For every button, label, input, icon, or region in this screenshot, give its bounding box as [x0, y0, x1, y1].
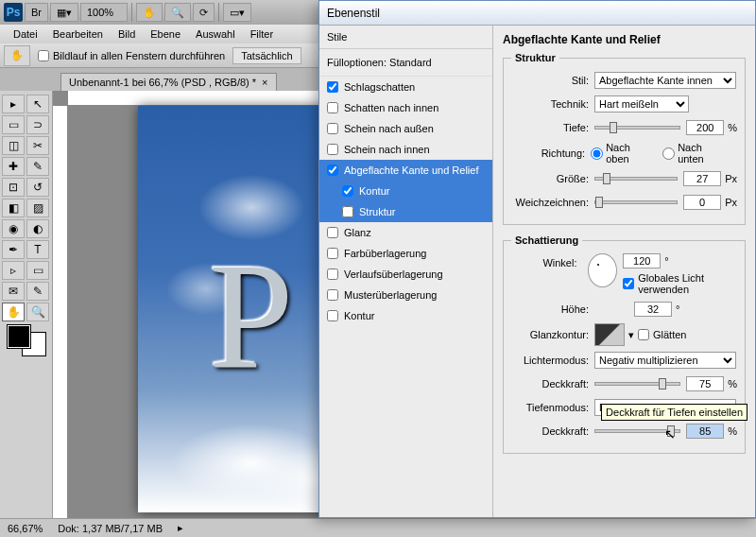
style-checkbox[interactable] [327, 123, 338, 134]
slice-tool[interactable]: ✂ [26, 136, 49, 155]
zoom-tool[interactable]: 🔍 [26, 303, 49, 321]
hand-icon[interactable]: ✋ [136, 3, 163, 22]
brush-tool[interactable]: ✎ [26, 157, 49, 176]
stil-select[interactable]: Abgeflachte Kante innen [594, 72, 736, 89]
dodge-tool[interactable]: ◐ [26, 219, 49, 238]
struktur-group: Struktur Stil:Abgeflachte Kante innen Te… [503, 52, 746, 225]
weich-input[interactable] [683, 195, 721, 210]
zoom-combo[interactable]: 100% [80, 3, 128, 22]
path-tool[interactable]: ▹ [2, 261, 25, 280]
marquee-tool[interactable]: ▭ [2, 115, 25, 134]
menu-item[interactable]: Bild [112, 26, 141, 42]
richtung-up-radio[interactable]: Nach oben [591, 142, 653, 165]
close-icon[interactable]: × [262, 77, 267, 88]
weich-slider[interactable] [594, 200, 678, 204]
richtung-down-radio[interactable]: Nach unten [662, 142, 728, 165]
style-item[interactable]: Farbüberlagerung [319, 243, 492, 264]
glaetten-checkbox[interactable]: Glätten [638, 329, 686, 340]
deckkraft2-input[interactable] [686, 424, 724, 439]
menu-item[interactable]: Datei [8, 26, 43, 42]
style-item[interactable]: Verlaufsüberlagerung [319, 264, 492, 285]
history-brush-tool[interactable]: ↺ [26, 178, 49, 197]
style-item[interactable]: Kontur [319, 181, 492, 201]
style-item[interactable]: Schatten nach innen [319, 97, 492, 118]
winkel-input[interactable] [623, 253, 661, 268]
angle-widget[interactable] [588, 253, 617, 287]
style-item[interactable]: Abgeflachte Kante und Relief [319, 160, 492, 181]
panel-heading: Abgeflachte Kante und Relief [503, 33, 746, 46]
tiefe-label: Tiefe: [511, 122, 594, 133]
chevron-right-icon[interactable]: ▸ [178, 522, 183, 534]
deckkraft1-slider[interactable] [594, 382, 680, 386]
blur-tool[interactable]: ◉ [2, 219, 25, 238]
menu-item[interactable]: Auswahl [190, 26, 241, 42]
eraser-tool[interactable]: ◧ [2, 199, 25, 217]
actual-pixels-button[interactable]: Tatsächlich [232, 47, 301, 64]
technik-select[interactable]: Hart meißeln [594, 95, 689, 113]
unit: % [728, 378, 737, 390]
type-tool[interactable]: T [26, 240, 49, 259]
arrow-tool[interactable]: ↖ [26, 95, 49, 113]
bridge-button[interactable]: Br [25, 3, 48, 22]
style-item[interactable]: Glanz [319, 222, 492, 243]
global-light-checkbox[interactable]: Globales Licht verwenden [623, 272, 737, 295]
tiefe-slider[interactable] [594, 126, 680, 130]
styles-list-panel: Stile Fülloptionen: Standard Schlagschat… [319, 26, 493, 517]
fill-options-item[interactable]: Fülloptionen: Standard [319, 49, 492, 77]
status-zoom[interactable]: 66,67% [8, 523, 43, 534]
gradient-tool[interactable]: ▨ [26, 199, 49, 217]
style-checkbox[interactable] [327, 102, 338, 113]
hand-tool[interactable]: ✋ [2, 303, 25, 321]
dialog-title-bar[interactable]: Ebenenstil [319, 1, 755, 26]
pen-tool[interactable]: ✒ [2, 240, 25, 259]
style-checkbox[interactable] [327, 289, 338, 301]
stamp-tool[interactable]: ⊡ [2, 178, 25, 197]
style-checkbox[interactable] [327, 268, 338, 280]
style-checkbox[interactable] [327, 81, 338, 93]
deckkraft1-input[interactable] [686, 376, 724, 391]
menu-item[interactable]: Ebene [145, 26, 186, 42]
style-checkbox[interactable] [327, 310, 338, 321]
style-checkbox[interactable] [327, 144, 338, 155]
style-item[interactable]: Musterüberlagerung [319, 285, 492, 305]
style-checkbox[interactable] [327, 227, 338, 238]
zoom-icon[interactable]: 🔍 [164, 3, 191, 22]
crop-tool[interactable]: ◫ [2, 136, 25, 155]
style-item[interactable]: Schein nach außen [319, 118, 492, 139]
style-item[interactable]: Struktur [319, 201, 492, 222]
style-checkbox[interactable] [327, 165, 338, 176]
style-checkbox[interactable] [342, 185, 353, 197]
lasso-tool[interactable]: ⊃ [26, 115, 49, 134]
move-tool[interactable]: ▸ [2, 95, 25, 113]
style-item[interactable]: Schein nach innen [319, 139, 492, 160]
style-item[interactable]: Kontur [319, 305, 492, 326]
style-checkbox[interactable] [342, 206, 353, 217]
style-label: Kontur [359, 185, 389, 197]
lichtermodus-select[interactable]: Negativ multiplizieren [594, 352, 736, 369]
eyedropper-tool[interactable]: ✎ [26, 282, 49, 301]
text-layer-p: P [210, 229, 294, 404]
tiefe-input[interactable] [686, 120, 724, 135]
style-item[interactable]: Schlagschatten [319, 77, 492, 97]
shape-tool[interactable]: ▭ [26, 261, 49, 280]
color-swatch[interactable] [8, 325, 45, 355]
deckkraft2-slider[interactable]: ↖ [594, 429, 680, 433]
healing-tool[interactable]: ✚ [2, 157, 25, 176]
current-tool-hand-icon[interactable]: ✋ [4, 45, 30, 66]
rotate-icon[interactable]: ⟳ [193, 3, 215, 22]
notes-tool[interactable]: ✉ [2, 282, 25, 301]
chevron-down-icon[interactable]: ▾ [628, 329, 634, 341]
style-checkbox[interactable] [327, 248, 338, 259]
style-label: Verlaufsüberlagerung [344, 268, 443, 280]
arrange-button[interactable]: ▭▾ [223, 3, 251, 22]
groesse-input[interactable] [683, 171, 721, 186]
scroll-all-checkbox[interactable]: Bildlauf in allen Fenstern durchführen [38, 50, 225, 61]
menu-item[interactable]: Filter [245, 26, 279, 42]
hoehe-input[interactable] [634, 302, 672, 317]
gloss-contour-picker[interactable] [594, 323, 625, 346]
screen-mode-button[interactable]: ▦▾ [50, 3, 78, 22]
document-tab[interactable]: Unbenannt-1 bei 66,7% (PSD , RGB/8) * × [60, 73, 277, 91]
menu-item[interactable]: Bearbeiten [47, 26, 109, 42]
cursor-icon: ↖ [664, 426, 676, 442]
groesse-slider[interactable] [594, 177, 678, 181]
